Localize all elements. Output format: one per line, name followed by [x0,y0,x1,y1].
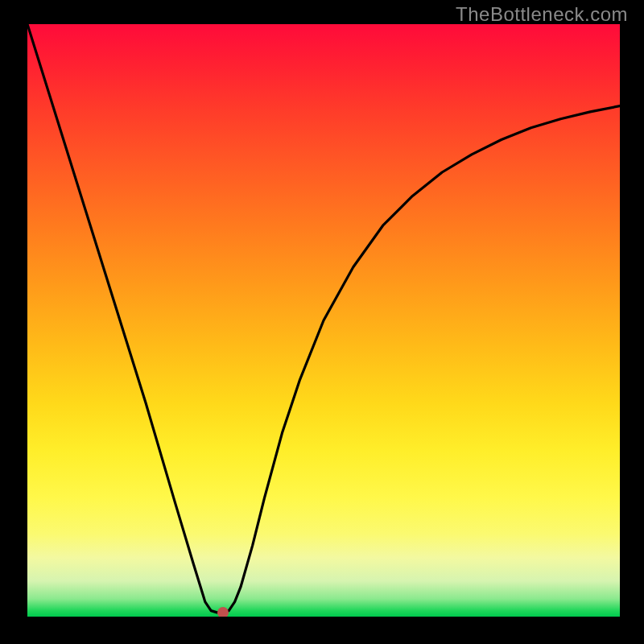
chart-container: TheBottleneck.com [0,0,644,644]
bottleneck-curve-path [27,24,620,613]
axis-black-band [0,617,644,644]
curve-svg [27,24,620,617]
plot-area [27,24,620,617]
min-marker [217,607,229,617]
watermark-text: TheBottleneck.com [456,3,628,26]
